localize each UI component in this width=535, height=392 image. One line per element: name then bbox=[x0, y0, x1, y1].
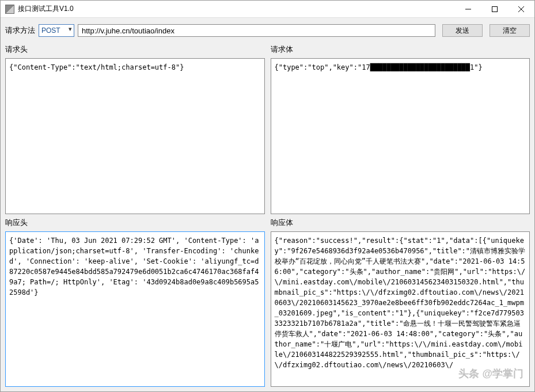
maximize-button[interactable] bbox=[481, 1, 508, 17]
method-select[interactable] bbox=[39, 24, 74, 37]
maximize-icon bbox=[492, 6, 498, 12]
minimize-icon bbox=[465, 6, 471, 12]
response-header-text[interactable] bbox=[5, 231, 265, 387]
window-controls bbox=[455, 1, 534, 17]
request-body-text[interactable] bbox=[271, 58, 530, 214]
send-button[interactable]: 发送 bbox=[442, 24, 483, 37]
clear-button[interactable]: 清空 bbox=[490, 24, 530, 37]
response-header-label: 响应头 bbox=[5, 216, 265, 229]
svg-rect-1 bbox=[492, 6, 498, 12]
request-header-label: 请求头 bbox=[5, 43, 265, 56]
response-body-text[interactable] bbox=[271, 231, 530, 387]
window-title: 接口测试工具V1.0 bbox=[18, 4, 455, 14]
url-input[interactable] bbox=[78, 24, 435, 37]
method-label: 请求方法 bbox=[5, 25, 35, 36]
request-header-text[interactable] bbox=[5, 58, 265, 214]
titlebar: 接口测试工具V1.0 bbox=[1, 1, 534, 18]
app-icon bbox=[5, 5, 14, 14]
request-body-label: 请求体 bbox=[271, 43, 530, 56]
app-window: 接口测试工具V1.0 请求方法 发送 清空 请求头 请求体 响应头 响应体 bbox=[0, 0, 535, 392]
request-toolbar: 请求方法 发送 清空 bbox=[1, 21, 534, 40]
minimize-button[interactable] bbox=[455, 1, 481, 17]
response-body-label: 响应体 bbox=[271, 216, 530, 229]
close-icon bbox=[518, 6, 524, 12]
method-select-wrap bbox=[39, 24, 74, 37]
content-grid: 请求头 请求体 响应头 响应体 bbox=[1, 40, 534, 391]
close-button[interactable] bbox=[508, 1, 534, 17]
